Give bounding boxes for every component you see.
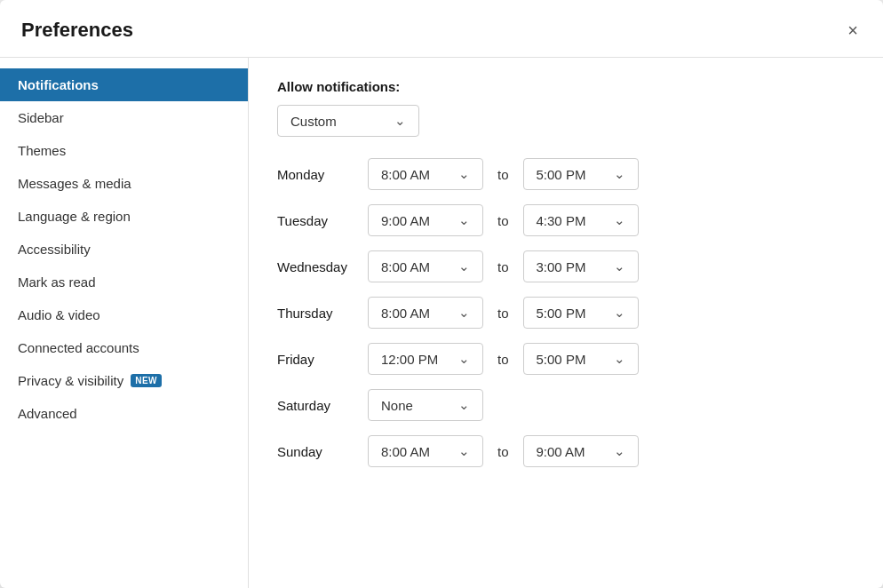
day-label: Saturday — [277, 398, 357, 413]
sidebar-item-notifications[interactable]: Notifications — [0, 68, 248, 101]
allow-notifications-label: Allow notifications: — [277, 79, 855, 94]
sidebar-item-label: Advanced — [18, 406, 77, 421]
preferences-modal: Preferences × NotificationsSidebarThemes… — [0, 0, 883, 588]
from-time-select[interactable]: 8:00 AM⌄ — [368, 158, 483, 190]
sidebar-item-label: Accessibility — [18, 242, 91, 257]
to-label: to — [497, 352, 509, 367]
day-label: Tuesday — [277, 213, 357, 228]
sidebar-item-label: Audio & video — [18, 307, 100, 322]
chevron-down-icon: ⌄ — [458, 212, 470, 228]
sidebar-item-label: Connected accounts — [18, 340, 139, 355]
sidebar-item-label: Sidebar — [18, 110, 64, 125]
to-time-value: 5:00 PM — [537, 167, 586, 182]
content-area: Allow notifications: Custom ⌄ Monday8:00… — [249, 58, 883, 588]
sidebar-item-connected-accounts[interactable]: Connected accounts — [0, 331, 248, 364]
to-time-select[interactable]: 5:00 PM⌄ — [523, 297, 639, 329]
from-time-select[interactable]: 8:00 AM⌄ — [368, 435, 483, 467]
to-time-value: 5:00 PM — [537, 306, 586, 321]
schedule-row: Friday12:00 PM⌄to5:00 PM⌄ — [277, 343, 855, 375]
day-label: Thursday — [277, 306, 357, 321]
sidebar-item-mark-as-read[interactable]: Mark as read — [0, 266, 248, 298]
day-label: Monday — [277, 167, 357, 182]
close-button[interactable]: × — [844, 18, 862, 43]
schedule-grid: Monday8:00 AM⌄to5:00 PM⌄Tuesday9:00 AM⌄t… — [277, 158, 855, 467]
sidebar-item-label: Language & region — [18, 209, 131, 224]
to-time-value: 4:30 PM — [537, 213, 586, 228]
day-label: Friday — [277, 352, 357, 367]
schedule-row: Wednesday8:00 AM⌄to3:00 PM⌄ — [277, 250, 855, 282]
chevron-down-icon: ⌄ — [614, 305, 625, 321]
sidebar-item-label: Themes — [18, 143, 66, 158]
allow-notifications-select[interactable]: Custom ⌄ — [277, 105, 419, 137]
chevron-down-icon: ⌄ — [614, 212, 625, 228]
from-time-value: 8:00 AM — [381, 444, 430, 459]
to-time-select[interactable]: 3:00 PM⌄ — [523, 250, 639, 282]
sidebar-item-advanced[interactable]: Advanced — [0, 397, 248, 430]
day-label: Sunday — [277, 444, 357, 459]
to-time-select[interactable]: 5:00 PM⌄ — [523, 343, 639, 375]
chevron-down-icon: ⌄ — [614, 443, 625, 459]
sidebar-item-label: Mark as read — [18, 274, 96, 290]
sidebar-item-label: Privacy & visibility — [18, 373, 123, 388]
chevron-down-icon: ⌄ — [614, 258, 625, 274]
from-time-select[interactable]: 9:00 AM⌄ — [368, 204, 483, 236]
from-time-value: 8:00 AM — [381, 259, 430, 274]
sidebar-item-accessibility[interactable]: Accessibility — [0, 233, 248, 266]
to-label: to — [497, 259, 509, 274]
sidebar-nav: NotificationsSidebarThemesMessages & med… — [0, 58, 249, 588]
sidebar-item-themes[interactable]: Themes — [0, 134, 248, 167]
chevron-down-icon: ⌄ — [458, 443, 470, 459]
from-time-value: 12:00 PM — [381, 352, 438, 367]
from-time-value: 9:00 AM — [381, 213, 430, 228]
schedule-row: Tuesday9:00 AM⌄to4:30 PM⌄ — [277, 204, 855, 236]
to-time-select[interactable]: 4:30 PM⌄ — [523, 204, 639, 236]
from-time-select[interactable]: 8:00 AM⌄ — [368, 297, 483, 329]
to-time-select[interactable]: 5:00 PM⌄ — [523, 158, 639, 190]
new-badge: NEW — [131, 374, 162, 387]
from-time-select[interactable]: 8:00 AM⌄ — [368, 250, 483, 282]
to-time-select[interactable]: 9:00 AM⌄ — [523, 435, 639, 467]
modal-header: Preferences × — [0, 0, 883, 58]
chevron-down-icon: ⌄ — [614, 166, 625, 182]
to-time-value: 5:00 PM — [537, 352, 586, 367]
from-time-value: 8:00 AM — [381, 306, 430, 321]
allow-notifications-value: Custom — [290, 114, 337, 129]
chevron-down-icon: ⌄ — [458, 305, 470, 321]
to-label: to — [497, 213, 509, 228]
allow-notifications-section: Allow notifications: Custom ⌄ — [277, 79, 855, 137]
to-time-value: 3:00 PM — [537, 259, 586, 274]
from-time-select[interactable]: 12:00 PM⌄ — [368, 343, 483, 375]
modal-title: Preferences — [21, 19, 133, 42]
sidebar-item-label: Messages & media — [18, 176, 131, 191]
sidebar-item-privacy-visibility[interactable]: Privacy & visibilityNEW — [0, 364, 248, 397]
sidebar-item-sidebar[interactable]: Sidebar — [0, 101, 248, 134]
chevron-down-icon: ⌄ — [458, 351, 470, 367]
none-select[interactable]: None⌄ — [368, 389, 483, 421]
schedule-row: SaturdayNone⌄ — [277, 389, 855, 421]
chevron-down-icon: ⌄ — [394, 113, 406, 129]
to-label: to — [497, 306, 509, 321]
to-time-value: 9:00 AM — [537, 444, 585, 459]
chevron-down-icon: ⌄ — [458, 258, 470, 274]
sidebar-item-audio-video[interactable]: Audio & video — [0, 298, 248, 331]
none-value: None — [381, 398, 413, 413]
chevron-down-icon: ⌄ — [458, 397, 470, 413]
from-time-value: 8:00 AM — [381, 167, 430, 182]
schedule-row: Sunday8:00 AM⌄to9:00 AM⌄ — [277, 435, 855, 467]
sidebar-item-language-region[interactable]: Language & region — [0, 200, 248, 233]
schedule-row: Monday8:00 AM⌄to5:00 PM⌄ — [277, 158, 855, 190]
schedule-row: Thursday8:00 AM⌄to5:00 PM⌄ — [277, 297, 855, 329]
modal-body: NotificationsSidebarThemesMessages & med… — [0, 58, 883, 588]
sidebar-item-messages-media[interactable]: Messages & media — [0, 167, 248, 200]
to-label: to — [497, 444, 509, 459]
sidebar-item-label: Notifications — [18, 77, 99, 92]
day-label: Wednesday — [277, 259, 357, 274]
chevron-down-icon: ⌄ — [458, 166, 470, 182]
chevron-down-icon: ⌄ — [614, 351, 625, 367]
to-label: to — [497, 167, 509, 182]
